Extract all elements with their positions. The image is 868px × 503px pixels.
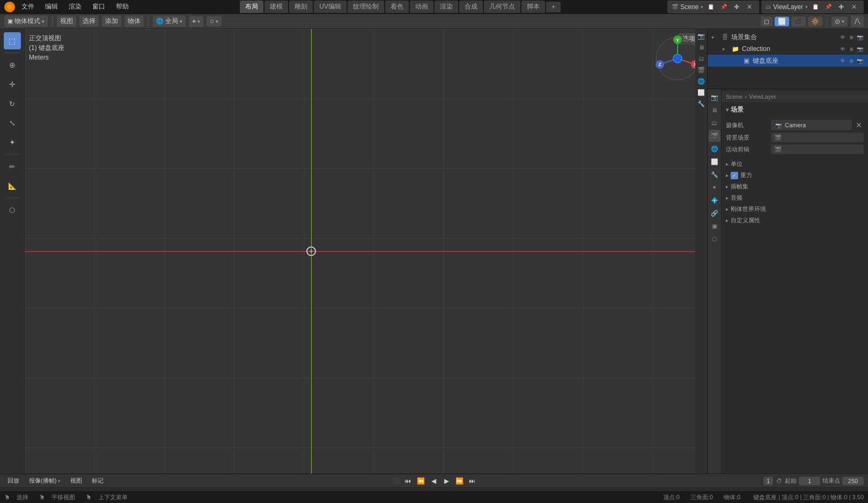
props-object-data-icon[interactable]: ▣: [709, 220, 720, 232]
step-back-btn[interactable]: ⏪: [415, 476, 426, 486]
scene-options-icon[interactable]: 📋: [705, 2, 716, 12]
keyboard-base-render-icon[interactable]: 📷: [856, 57, 864, 64]
workspace-sculpt[interactable]: 雕刻: [289, 1, 313, 13]
step-forward-btn[interactable]: ⏩: [454, 476, 465, 486]
vr-output-icon[interactable]: 🖥: [696, 42, 706, 52]
timeline-view-btn[interactable]: 视图: [67, 476, 85, 486]
vr-render-icon[interactable]: 📷: [696, 31, 706, 41]
scene-collection-render-icon[interactable]: 📷: [856, 33, 864, 41]
workspace-shading[interactable]: 着色: [385, 1, 409, 13]
view-menu[interactable]: 视图: [57, 16, 76, 27]
workspace-scripting[interactable]: 脚本: [521, 1, 545, 13]
props-scene-icon[interactable]: 🎬: [709, 130, 720, 142]
menu-window[interactable]: 窗口: [88, 1, 109, 12]
props-constraints-icon[interactable]: 🔗: [709, 207, 720, 219]
props-output-icon[interactable]: 🖥: [709, 104, 720, 116]
outliner-item-scene-collection[interactable]: ▸ 🗄 场景集合 👁 ⊕ 📷: [708, 31, 868, 43]
timeline-frame-btn[interactable]: 报像(播帧) ▾: [26, 476, 64, 486]
scene-new-icon[interactable]: ✚: [731, 2, 742, 12]
frame-type-icon[interactable]: ⏱: [775, 477, 783, 485]
global-transform[interactable]: 🌐 全局 ▾: [153, 16, 186, 27]
view-layer-selector[interactable]: 🗂 ViewLayer ▾ 📋 📌 ✚ ✕: [761, 1, 864, 13]
timeline-playback-btn[interactable]: 回放: [4, 476, 23, 486]
tool-rotate[interactable]: ↻: [4, 95, 21, 112]
viewport-shading-material[interactable]: ⬛: [791, 17, 806, 26]
workspace-compositing[interactable]: 合成: [459, 1, 483, 13]
workspace-animation[interactable]: 动画: [410, 1, 433, 13]
bg-scene-value[interactable]: 🎬: [771, 133, 864, 142]
viewport-shading-rendered[interactable]: 🔆: [808, 17, 822, 26]
workspace-layout[interactable]: 布局: [240, 1, 263, 13]
props-particles-icon[interactable]: ✦: [709, 181, 720, 193]
props-physics-icon[interactable]: 💠: [709, 194, 720, 206]
workspace-render[interactable]: 渲染: [435, 1, 458, 13]
props-audio-section[interactable]: ▸ 音频: [722, 192, 868, 203]
props-keying-sets-section[interactable]: ▸ 插帧集: [722, 181, 868, 192]
collection-render-icon[interactable]: 📷: [856, 45, 864, 53]
menu-edit[interactable]: 编辑: [41, 1, 62, 12]
timeline-mark-btn[interactable]: 标记: [89, 476, 107, 486]
scene-collection-eye-icon[interactable]: 👁: [839, 33, 847, 41]
xray-toggle[interactable]: 八: [851, 16, 864, 27]
menu-render[interactable]: 渲染: [64, 1, 86, 12]
workspace-uv[interactable]: UV编辑: [314, 1, 347, 13]
viewlayer-options-icon[interactable]: 📋: [810, 2, 821, 12]
collection-cursor-icon[interactable]: ⊕: [848, 45, 855, 53]
start-frame-input[interactable]: 1: [799, 477, 820, 485]
gravity-checkbox[interactable]: ✓: [731, 172, 738, 179]
nav-gizmo[interactable]: Y X Z 🔍 ✋ 🎥 ⊞: [653, 34, 702, 83]
scene-collection-cursor-icon[interactable]: ⊕: [848, 33, 855, 41]
add-menu[interactable]: 添加: [102, 16, 121, 27]
collection-eye-icon[interactable]: 👁: [839, 45, 847, 53]
scene-selector[interactable]: 🎬 Scene ▾ 📋 📌 ✚ ✕: [667, 1, 759, 13]
tool-scale[interactable]: ⤡: [4, 114, 21, 132]
scene-close-icon[interactable]: ✕: [744, 2, 755, 12]
vr-object-icon[interactable]: ⬜: [696, 88, 706, 97]
menu-help[interactable]: 帮助: [112, 1, 133, 12]
select-menu[interactable]: 选择: [79, 16, 99, 27]
props-gravity-section[interactable]: ▸ ✓ 重力: [722, 170, 868, 181]
props-object-icon[interactable]: ⬜: [709, 156, 720, 167]
tool-move[interactable]: ✛: [4, 76, 21, 93]
outliner-item-collection[interactable]: ▸ 📁 Collection 👁 ⊕ 📷: [708, 43, 868, 55]
viewlayer-pin-icon[interactable]: 📌: [823, 2, 834, 12]
play-back-btn[interactable]: ◀: [428, 476, 439, 486]
workspace-modeling[interactable]: 建模: [264, 1, 288, 13]
props-custom-props-section[interactable]: ▸ 自定义属性: [722, 215, 868, 226]
viewlayer-close-icon[interactable]: ✕: [849, 2, 859, 12]
overlay-toggle[interactable]: ⊙ ▾: [832, 17, 848, 26]
clip-value[interactable]: 🎬: [771, 144, 864, 154]
props-world-icon[interactable]: 🌐: [709, 143, 720, 155]
scene-pin-icon[interactable]: 📌: [718, 2, 729, 12]
camera-value[interactable]: 📷 Camera: [771, 120, 852, 130]
tool-add-primitive[interactable]: ⬡: [4, 201, 21, 218]
props-material-icon[interactable]: ⬡: [709, 233, 720, 245]
props-units-section[interactable]: ▸ 单位: [722, 158, 868, 170]
viewport-shading-solid[interactable]: ⬜: [775, 17, 789, 26]
viewport-shading-wire[interactable]: ◻: [761, 17, 773, 26]
main-viewport[interactable]: 正交顶视图 (1) 键盘底座 Meters 选项▾ Y X Z: [25, 29, 707, 473]
vr-view-layer-icon[interactable]: 🗂: [696, 54, 706, 63]
props-scene-section-header[interactable]: ▾ 场景: [722, 103, 868, 116]
workspace-texture-paint[interactable]: 纹理绘制: [348, 1, 384, 13]
props-render-icon[interactable]: 📷: [709, 91, 720, 103]
vr-modifier-icon[interactable]: 🔧: [696, 99, 706, 108]
props-view-layer-icon[interactable]: 🗂: [709, 117, 720, 129]
viewlayer-new-icon[interactable]: ✚: [836, 2, 847, 12]
jump-end-btn[interactable]: ⏭: [467, 476, 477, 486]
keyboard-base-eye-icon[interactable]: 👁: [839, 57, 847, 64]
vr-world-icon[interactable]: 🌐: [696, 76, 706, 86]
workspace-add[interactable]: +: [546, 2, 561, 12]
props-modifier-icon[interactable]: 🔧: [709, 169, 720, 180]
mode-selector[interactable]: ▣ 物体模式 ▾: [4, 16, 48, 27]
proportional-edit[interactable]: ○ ▾: [207, 16, 222, 26]
tool-annotate[interactable]: ✏: [4, 158, 21, 175]
outliner-item-keyboard-base[interactable]: ▸ ▣ 键盘底座 👁 ⊕ 📷: [708, 55, 868, 67]
tool-measure[interactable]: 📐: [4, 177, 21, 194]
snap-tool[interactable]: ⌖ ▾: [189, 16, 203, 27]
menu-file[interactable]: 文件: [17, 1, 39, 12]
jump-start-btn[interactable]: ⏮: [402, 476, 413, 486]
camera-remove-btn[interactable]: ✕: [854, 120, 864, 130]
workspace-geometry-nodes[interactable]: 几何节点: [484, 1, 520, 13]
tool-select-box[interactable]: ⬚: [4, 32, 21, 49]
